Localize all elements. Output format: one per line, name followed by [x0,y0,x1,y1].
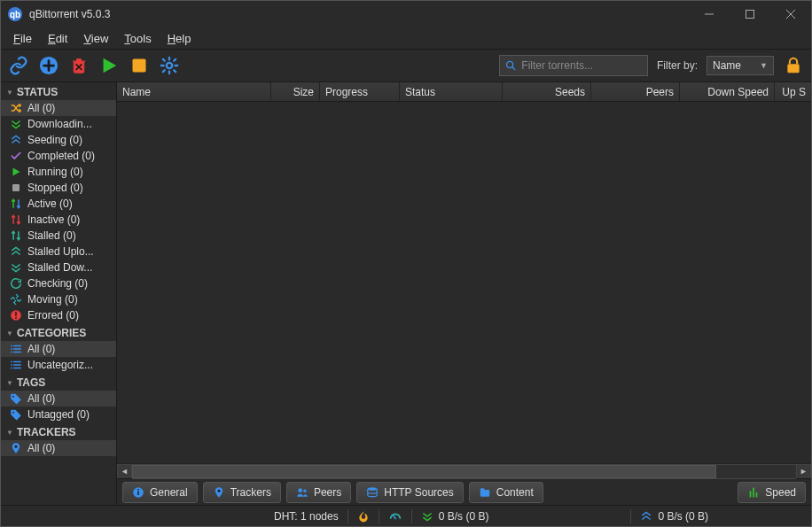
categories-header[interactable]: ▼CATEGORIES [1,323,116,341]
column-size[interactable]: Size [271,82,320,101]
menu-tools[interactable]: Tools [117,30,158,47]
main-area: ▼STATUS All (0) Downloadin... Seeding (0… [1,82,811,505]
column-seeds[interactable]: Seeds [503,82,591,101]
sidebar: ▼STATUS All (0) Downloadin... Seeding (0… [1,82,117,505]
stop-small-icon [11,182,21,193]
status-upload[interactable]: 0 B/s (0 B) [640,510,708,523]
list-icon [10,359,22,371]
folder-icon [479,486,491,499]
sidebar-item-active[interactable]: Active (0) [1,196,116,212]
link-icon [9,56,28,75]
column-down-speed[interactable]: Down Speed [680,82,775,101]
resume-button[interactable] [98,55,120,76]
tag-icon [10,392,22,405]
svg-marker-11 [13,168,20,176]
collapse-icon: ▼ [6,329,13,337]
download-icon [10,118,22,130]
svg-rect-12 [12,184,20,191]
sidebar-item-cat-all[interactable]: All (0) [1,341,116,357]
sidebar-item-moving[interactable]: Moving (0) [1,291,116,307]
scroll-left-icon[interactable]: ◄ [117,464,132,479]
sidebar-item-running[interactable]: Running (0) [1,164,116,180]
maximize-button[interactable] [730,1,770,27]
sidebar-item-tag-all[interactable]: All (0) [1,391,116,407]
status-download[interactable]: 0 B/s (0 B) [421,510,489,523]
content-area: Name Size Progress Status Seeds Peers Do… [117,82,811,505]
upload-icon [10,134,22,146]
filter-select-value: Name [713,59,741,72]
tab-peers[interactable]: Peers [286,482,351,503]
menu-help[interactable]: Help [160,30,199,47]
menu-view[interactable]: View [76,30,115,47]
gear-icon [160,56,179,75]
svg-rect-1 [746,11,754,19]
tab-speed[interactable]: Speed [738,482,806,503]
check-icon [10,150,22,162]
svg-point-15 [12,396,14,398]
svg-point-23 [368,487,378,491]
svg-point-17 [15,446,18,448]
svg-point-20 [217,489,220,492]
column-name[interactable]: Name [117,82,271,101]
tags-header[interactable]: ▼TAGS [1,373,116,391]
status-alt-speed[interactable] [388,509,402,523]
users-icon [296,486,308,499]
close-button[interactable] [770,1,811,27]
scroll-thumb[interactable] [132,465,716,478]
sidebar-item-inactive[interactable]: Inactive (0) [1,212,116,228]
svg-point-7 [167,63,172,68]
search-icon [505,59,516,72]
sidebar-item-seeding[interactable]: Seeding (0) [1,132,116,148]
speedometer-icon [388,509,402,523]
column-status[interactable]: Status [400,82,503,101]
collapse-icon: ▼ [6,429,13,437]
svg-point-19 [137,488,139,490]
settings-button[interactable] [159,55,180,76]
table-body [117,102,811,463]
filter-search[interactable] [499,55,648,76]
active-icon [10,198,22,210]
add-torrent-button[interactable] [38,55,59,76]
status-dht[interactable]: DHT: 1 nodes [274,510,339,523]
sidebar-item-stalled-up[interactable]: Stalled Uplo... [1,244,116,260]
sidebar-item-checking[interactable]: Checking (0) [1,275,116,291]
sidebar-item-stopped[interactable]: Stopped (0) [1,180,116,196]
sidebar-item-tracker-all[interactable]: All (0) [1,440,116,456]
filter-input[interactable] [521,59,642,72]
tab-content[interactable]: Content [469,482,543,503]
column-up-speed[interactable]: Up S [775,82,811,101]
sidebar-item-completed[interactable]: Completed (0) [1,148,116,164]
lock-button[interactable] [783,55,804,76]
menu-edit[interactable]: Edit [41,30,74,47]
status-header[interactable]: ▼STATUS [1,82,116,100]
filter-select[interactable]: Name ▼ [707,56,774,75]
sidebar-item-cat-uncat[interactable]: Uncategoriz... [1,357,116,373]
sidebar-item-downloading[interactable]: Downloadin... [1,116,116,132]
sidebar-item-errored[interactable]: Errored (0) [1,307,116,323]
toolbar: Filter by: Name ▼ [1,49,811,82]
pause-button[interactable] [129,55,150,76]
scroll-track[interactable] [132,464,796,479]
delete-button[interactable] [68,55,90,76]
titlebar: qb qBittorrent v5.0.3 [1,1,811,27]
inactive-icon [10,213,22,226]
menu-file[interactable]: File [6,30,39,47]
sidebar-item-stalled-down[interactable]: Stalled Dow... [1,260,116,275]
tab-trackers[interactable]: Trackers [203,482,281,503]
minimize-button[interactable] [689,1,730,27]
svg-point-21 [298,488,302,492]
horizontal-scrollbar[interactable]: ◄ ► [117,463,811,478]
add-link-button[interactable] [8,55,29,76]
column-peers[interactable]: Peers [591,82,680,101]
tab-general[interactable]: General [122,482,198,503]
collapse-icon: ▼ [6,89,13,97]
column-progress[interactable]: Progress [320,82,400,101]
tab-http-sources[interactable]: HTTP Sources [356,482,463,503]
scroll-right-icon[interactable]: ► [796,464,811,479]
sidebar-item-tag-untagged[interactable]: Untagged (0) [1,407,116,422]
svg-rect-6 [133,59,146,73]
status-firewall[interactable] [357,509,370,523]
sidebar-item-stalled[interactable]: Stalled (0) [1,228,116,244]
trackers-header[interactable]: ▼TRACKERS [1,422,116,440]
sidebar-item-all[interactable]: All (0) [1,100,116,116]
